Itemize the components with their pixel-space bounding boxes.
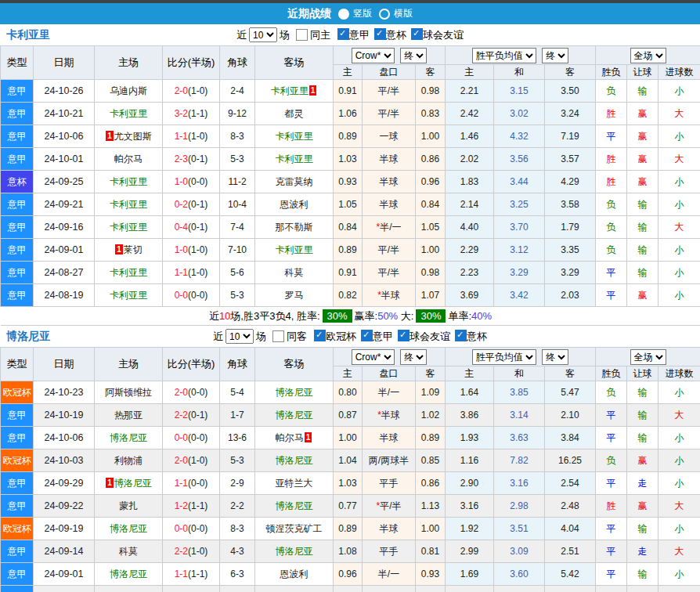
fulltime-score: 1-1 — [175, 131, 188, 142]
euro-draw-odds: 3.29 — [494, 262, 545, 284]
match-row: 意杯24-09-25卡利亚里1-0(0-0)11-2克雷莫纳0.93半球0.96… — [1, 171, 700, 193]
result-wdl: 负 — [596, 381, 627, 404]
home-team-name: 卡利亚里 — [110, 199, 147, 210]
euro-away-odds: 3.24 — [545, 103, 596, 125]
recent-count-select[interactable]: 10 — [226, 329, 254, 344]
euro-home-odds: 1.69 — [446, 563, 494, 586]
result-handicap: 输 — [627, 563, 659, 586]
corner-cell: 4-3 — [220, 540, 255, 563]
euro-time-select[interactable]: 终 — [542, 48, 568, 63]
league-checkbox[interactable] — [398, 330, 410, 341]
asian-away-odds: 1.07 — [416, 284, 446, 307]
odds-time-select[interactable]: 终 — [400, 349, 427, 365]
layout-radio-horizontal-label: 横版 — [394, 7, 413, 20]
match-row: 意甲24-10-21卡利亚里3-2(1-1)9-12都灵1.06平/半0.832… — [1, 103, 700, 125]
euro-odds-select[interactable]: 胜平负均值 — [472, 349, 536, 365]
euro-time-select[interactable]: 终 — [542, 349, 568, 365]
away-team: 罗马 — [255, 284, 334, 307]
euro-away-odds: 2.51 — [545, 540, 596, 563]
away-team-name: 恩波利 — [280, 199, 309, 210]
euro-away-odds: 16.25 — [545, 449, 596, 472]
euro-home-odds: 1.64 — [446, 381, 494, 404]
same-home-checkbox[interactable] — [296, 29, 308, 41]
home-team: 1博洛尼亚 — [95, 472, 163, 495]
asian-line-text: 半/一 — [378, 569, 399, 579]
asian-home-odds: 1.05 — [334, 193, 363, 216]
same-away-checkbox[interactable] — [272, 330, 284, 342]
match-row: 意甲24-10-19热那亚2-2(0-1)1-7博洛尼亚0.87*半球1.023… — [1, 404, 700, 427]
home-team-name: 博洛尼亚 — [110, 523, 147, 534]
asian-line-text: 半球 — [380, 199, 399, 210]
match-date: 24-08-27 — [34, 262, 95, 284]
euro-draw-odds: 2.98 — [494, 495, 545, 518]
asian-home-odds: 0.77 — [334, 495, 363, 518]
summary-text: 近 — [209, 310, 219, 322]
match-date: 24-10-23 — [34, 381, 95, 404]
home-team: 阿斯顿维拉 — [95, 381, 163, 404]
home-team: 卡利亚里 — [95, 103, 163, 125]
home-team-name: 莱切 — [124, 244, 143, 255]
layout-radio-horizontal[interactable] — [379, 9, 390, 20]
away-team: 顿涅茨克矿工 — [255, 518, 334, 540]
match-row: 意甲24-09-01博洛尼亚1-1(1-1)6-3恩波利0.96半/一0.931… — [1, 563, 700, 586]
match-date: 24-08-26 — [34, 586, 95, 592]
scope-select[interactable]: 全场 — [630, 349, 666, 365]
asian-line-text: 一球 — [380, 131, 399, 142]
league-checkbox-label: 意杯 — [467, 330, 487, 342]
result-goals: 小 — [659, 284, 700, 307]
asian-line: 半/一 — [363, 381, 416, 404]
odds-company-select[interactable]: Crow* — [352, 349, 395, 365]
summary-text: 40% — [471, 310, 492, 322]
col-away: 客场 — [255, 46, 334, 80]
corner-cell: 5-3 — [220, 449, 255, 472]
home-team-name: 蒙扎 — [119, 500, 138, 511]
match-row: 意甲24-08-27卡利亚里1-1(1-0)5-6科莫0.91平/半0.982.… — [1, 262, 700, 284]
asian-line-text: 半球 — [381, 290, 400, 301]
recent-count-select[interactable]: 10 — [249, 27, 277, 42]
asian-away-odds: 1.02 — [416, 404, 446, 427]
league-checkbox[interactable] — [455, 330, 467, 341]
odds-time-select[interactable]: 终 — [400, 48, 427, 63]
result-wdl: 负 — [596, 449, 627, 472]
league-checkbox[interactable] — [314, 330, 326, 341]
match-row: 意甲24-09-14科莫2-2(1-0)4-3博洛尼亚1.08平手0.812.9… — [1, 540, 700, 563]
asian-away-odds: 0.89 — [416, 427, 446, 449]
layout-radio-vertical[interactable] — [338, 9, 349, 20]
halftime-score: (1-0) — [188, 546, 207, 557]
home-team: 博洛尼亚 — [95, 563, 163, 586]
euro-away-odds: 3.35 — [545, 239, 596, 262]
halftime-score: (1-1) — [188, 569, 207, 579]
result-handicap: 输 — [627, 216, 659, 239]
result-handicap: 走 — [627, 540, 659, 563]
home-team-name: 利物浦 — [114, 455, 143, 466]
euro-odds-select[interactable]: 胜平负均值 — [472, 48, 536, 63]
red-card-badge: 1 — [115, 244, 123, 254]
home-team-name: 卡利亚里 — [110, 108, 147, 119]
match-date: 24-09-22 — [34, 495, 95, 518]
asian-line-text: 平手 — [380, 478, 399, 489]
col-ah-line: 盘口 — [363, 366, 416, 381]
euro-away-odds: 4.29 — [545, 171, 596, 193]
league-checkbox[interactable] — [361, 330, 373, 341]
col-corner: 角球 — [220, 46, 255, 80]
asian-line: 平/半 — [363, 103, 416, 125]
euro-away-odds: 2.03 — [545, 284, 596, 307]
result-handicap: 输 — [627, 427, 659, 449]
euro-home-odds: 2.23 — [446, 262, 494, 284]
scope-select[interactable]: 全场 — [630, 48, 666, 63]
away-team: 博洛尼亚 — [255, 540, 334, 563]
result-wdl: 平 — [596, 518, 627, 540]
asian-line-text: 平/半 — [380, 500, 401, 511]
league-checkbox[interactable] — [374, 28, 386, 40]
odds-company-select[interactable]: Crow* — [352, 48, 395, 63]
league-checkbox[interactable] — [337, 28, 349, 40]
corner-cell: 2-9 — [220, 472, 255, 495]
fulltime-score: 1-0 — [175, 244, 188, 255]
asian-line-text: 平/半 — [378, 267, 399, 278]
asian-line-text: 平/半 — [378, 244, 399, 255]
summary-text: 单率: — [448, 310, 471, 322]
league-checkbox[interactable] — [411, 28, 423, 40]
euro-draw-odds: 3.15 — [494, 80, 545, 103]
league-type-badge: 意甲 — [1, 540, 34, 563]
euro-home-odds: 1.16 — [446, 449, 494, 472]
